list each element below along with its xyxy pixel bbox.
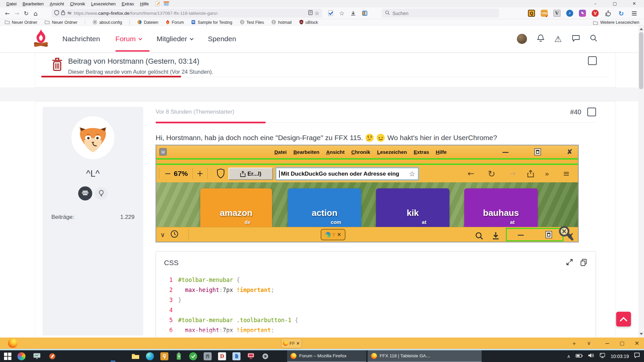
gray-app-icon[interactable] bbox=[204, 352, 212, 360]
reload-button[interactable]: ↻ bbox=[21, 9, 31, 18]
embedded-screenshot[interactable]: w DateiBearbeitenAnsichtChronikLesezeich… bbox=[156, 145, 579, 242]
lightning-addon-icon[interactable]: ⚡ bbox=[566, 10, 573, 17]
forum-nav-mitglieder[interactable]: Mitglieder bbox=[157, 35, 193, 43]
new-tab-button[interactable]: ＋ bbox=[571, 340, 577, 347]
reader-view-icon[interactable] bbox=[308, 10, 313, 16]
window-close-button[interactable]: ✕ bbox=[625, 0, 644, 7]
url-bar[interactable]: https://www.camp-firefox.de/forum/thema/… bbox=[52, 9, 322, 18]
tracking-shield-icon[interactable] bbox=[54, 10, 59, 17]
hamburger-menu-icon[interactable] bbox=[631, 10, 638, 17]
notification-center-icon[interactable] bbox=[634, 353, 640, 360]
speaker-app-icon[interactable] bbox=[261, 352, 269, 360]
star-addon-icon[interactable]: ☆ bbox=[338, 10, 345, 17]
menubar-item-bearbeiten[interactable]: Bearbeiten bbox=[19, 1, 47, 7]
battery-tray-icon[interactable] bbox=[576, 353, 583, 359]
edge-browser-icon[interactable] bbox=[146, 352, 154, 360]
tabbar-minimize-button[interactable]: − bbox=[605, 340, 609, 347]
more-bookmarks-button[interactable]: Weitere Lesezeichen bbox=[593, 20, 639, 25]
site-tile-amazon[interactable]: amazonde bbox=[200, 188, 272, 227]
menubar-item-hilfe[interactable]: Hilfe bbox=[137, 1, 152, 7]
taskbar-window-forum[interactable]: Forum – Mozilla Firefox bbox=[287, 350, 366, 362]
bookmark-dateien[interactable]: Dateien bbox=[137, 20, 158, 25]
bookmark-hotmail[interactable]: hotmail bbox=[271, 20, 291, 25]
antivirus-check-icon[interactable] bbox=[189, 352, 197, 360]
bookmark-neuer-ordner[interactable]: Neuer Ordner bbox=[5, 20, 37, 25]
tabbar-maximize-button[interactable]: ▢ bbox=[620, 340, 625, 346]
bell-icon[interactable] bbox=[537, 34, 544, 44]
site-tile-bauhaus[interactable]: bauhausat bbox=[464, 188, 538, 227]
thumbs-up-addon-icon[interactable] bbox=[604, 10, 612, 17]
vivaldi-addon-icon[interactable]: V bbox=[592, 10, 599, 17]
notepad-addon-icon[interactable] bbox=[155, 1, 161, 6]
blue-app-icon[interactable] bbox=[232, 352, 240, 360]
bookmark-ublock[interactable]: uBlock bbox=[299, 20, 318, 25]
keepass-icon[interactable] bbox=[160, 352, 168, 360]
tray-chevron-icon[interactable]: ∧ bbox=[567, 354, 570, 359]
tab-close-icon[interactable]: ✕ bbox=[296, 341, 300, 346]
bookmark-test-files[interactable]: Test Files bbox=[240, 20, 264, 25]
tab-list-dropdown[interactable]: ∨ bbox=[587, 340, 591, 346]
forum-nav-spenden[interactable]: Spenden bbox=[208, 35, 236, 43]
expand-code-icon[interactable] bbox=[566, 259, 573, 267]
site-tile-kik[interactable]: kikat bbox=[376, 188, 449, 227]
menubar-item-datei[interactable]: Datei bbox=[3, 1, 19, 7]
table-addon-icon[interactable] bbox=[163, 1, 169, 6]
search-bar[interactable]: Suchen bbox=[382, 9, 499, 18]
q-search-addon-icon[interactable]: Q bbox=[528, 10, 535, 17]
lightbulb-badge-icon[interactable] bbox=[95, 187, 108, 200]
monitor-app-icon[interactable] bbox=[33, 352, 41, 360]
red-monitor-app-icon[interactable] bbox=[247, 352, 255, 360]
window-minimize-button[interactable]: – bbox=[586, 0, 605, 7]
home-button[interactable]: ⌂ bbox=[31, 9, 40, 18]
copy-code-icon[interactable] bbox=[580, 259, 587, 267]
bookmark-about-config[interactable]: about:config bbox=[93, 20, 122, 25]
tabbar-close-button[interactable]: ✕ bbox=[635, 340, 639, 347]
css-addon-icon[interactable]: CSS bbox=[541, 10, 548, 17]
post-select-checkbox[interactable] bbox=[587, 108, 596, 116]
bookmark-check-addon-icon[interactable] bbox=[327, 10, 334, 17]
color-wheel-app-icon[interactable] bbox=[17, 352, 25, 360]
post-select-checkbox[interactable] bbox=[588, 56, 597, 65]
page-scrollbar[interactable] bbox=[638, 25, 644, 338]
scrollbar-up-arrow[interactable] bbox=[640, 28, 643, 30]
chat-icon[interactable] bbox=[572, 35, 580, 43]
network-tray-icon[interactable] bbox=[599, 353, 606, 360]
bookmark-forum[interactable]: Forum bbox=[166, 20, 184, 25]
sync-addon-icon[interactable]: ↻ bbox=[618, 10, 625, 17]
d-app-icon[interactable]: D bbox=[218, 352, 226, 360]
campfire-logo[interactable] bbox=[32, 28, 50, 49]
window-maximize-button[interactable]: ▢ bbox=[605, 0, 625, 7]
menubar-item-lesezeichen[interactable]: Lesezeichen bbox=[88, 1, 119, 7]
search-icon[interactable] bbox=[590, 35, 597, 43]
scrollbar-thumb[interactable] bbox=[639, 32, 643, 89]
lock-icon[interactable] bbox=[61, 10, 65, 16]
bookmark-sample-for-testing[interactable]: Sample for Testing bbox=[191, 20, 232, 25]
forward-button[interactable]: → bbox=[12, 9, 21, 18]
bookmark-star-icon[interactable]: ☆ bbox=[315, 10, 319, 16]
forum-nav-nachrichten[interactable]: Nachrichten bbox=[62, 35, 100, 43]
back-button[interactable]: ← bbox=[3, 9, 12, 18]
warning-icon[interactable]: ⚠ bbox=[554, 34, 562, 44]
browser-tab[interactable]: FF ✕ bbox=[281, 338, 302, 348]
scrollbar-down-arrow[interactable] bbox=[640, 333, 643, 335]
user-avatar[interactable] bbox=[517, 34, 527, 44]
file-explorer-icon[interactable] bbox=[131, 352, 140, 360]
menubar-item-extras[interactable]: Extras bbox=[119, 1, 137, 7]
download-addon-icon[interactable] bbox=[350, 10, 357, 17]
forum-nav-forum[interactable]: Forum bbox=[115, 35, 141, 43]
quill-app-icon[interactable] bbox=[48, 352, 56, 360]
taskbar-window-ffx118[interactable]: FFX 118 | Tableiste GA… bbox=[368, 350, 482, 362]
clock[interactable]: 10:03:19 bbox=[611, 354, 629, 359]
battery-app-icon[interactable] bbox=[175, 352, 183, 360]
author-name[interactable]: ^L^ bbox=[43, 169, 143, 179]
fox-avatar[interactable] bbox=[71, 116, 114, 159]
screenshot-addon-icon[interactable]: ✎ bbox=[579, 10, 586, 17]
bookmark-neuer-ordner[interactable]: Neuer Ordner bbox=[45, 20, 77, 25]
permissions-icon[interactable] bbox=[67, 10, 72, 16]
logs-badge-icon[interactable] bbox=[78, 186, 92, 200]
container-addon-icon[interactable] bbox=[361, 10, 368, 17]
post-number[interactable]: #40 bbox=[570, 108, 581, 116]
scroll-to-top-button[interactable] bbox=[616, 312, 631, 326]
menubar-item-chronik[interactable]: Chronik bbox=[67, 1, 88, 7]
start-button[interactable] bbox=[0, 350, 15, 362]
